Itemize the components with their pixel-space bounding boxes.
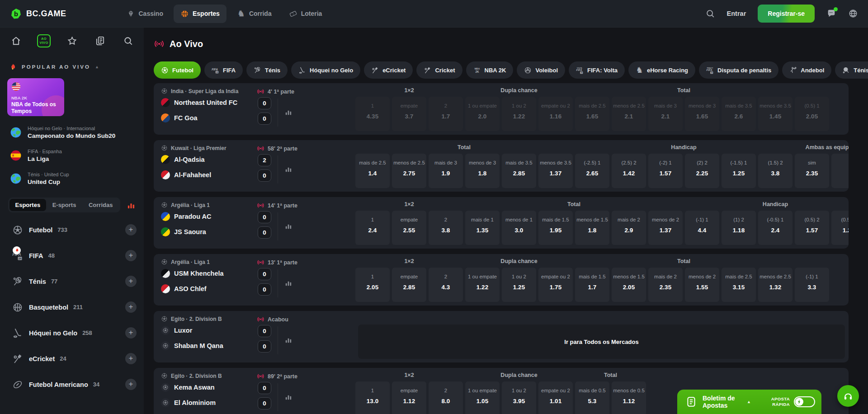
match-card[interactable]: Argélia · Liga 113' 1ª parteUSM Khenchel… (154, 254, 849, 306)
odds-cell[interactable]: mais de 1.51.95 (538, 211, 573, 245)
filter-chip-fifa[interactable]: FIFA24FIFA (204, 61, 243, 79)
odds-cell[interactable]: menos de 1.52.05 (612, 268, 646, 302)
match-card[interactable]: Kuwait · Liga Premier58' 2ª parteAl-Qads… (154, 140, 849, 192)
odds-cell[interactable]: empate ou 21.01 (538, 381, 573, 414)
odds-cell[interactable]: 1 ou 23.95 (502, 381, 536, 414)
filter-chip-t-nis-de-mesa[interactable]: Ténis de Mesa (835, 61, 868, 79)
odds-cell[interactable]: empate ou 21.75 (538, 268, 573, 302)
filter-chip-voleibol[interactable]: Voleibol (517, 61, 565, 79)
nav-item-cassino[interactable]: Cassino (120, 5, 170, 23)
odds-cell[interactable]: menos de 2.52.75 (392, 154, 426, 188)
odds-cell[interactable]: menos de 21.55 (685, 268, 719, 302)
odds-cell[interactable]: menos de 31.8 (465, 154, 500, 188)
expand-sport-button[interactable]: + (125, 301, 137, 313)
odds-cell[interactable]: empate2.85 (392, 268, 426, 302)
search-icon[interactable] (705, 9, 715, 19)
match-stats-icon[interactable] (284, 393, 292, 401)
odds-cell[interactable]: (1.5) 23.8 (758, 154, 793, 188)
stats-red-icon[interactable] (127, 201, 136, 210)
filter-chip-cricket[interactable]: Cricket (416, 61, 462, 79)
odds-cell[interactable]: (1) 21.18 (722, 211, 756, 245)
odds-cell[interactable]: (-2.5) 12.65 (575, 154, 609, 188)
popular-live-item[interactable]: Ténis · United CupUnited Cup (0, 172, 144, 185)
sidebar-sport-ecricket[interactable]: eCricket24+ (0, 346, 144, 372)
all-markets-button[interactable]: Ir para Todos os Mercados (358, 325, 845, 359)
filter-chip-futebol[interactable]: Futebol (154, 61, 201, 79)
odds-cell[interactable]: 1 ou 21.25 (502, 268, 536, 302)
odds-cell[interactable]: mais de 0.55.3 (575, 381, 609, 414)
odds-cell[interactable]: mais de 1.51.7 (575, 268, 609, 302)
filter-chip-ecricket[interactable]: eCricket (364, 61, 413, 79)
sidebar-sport-futebol[interactable]: Futebol733+ (0, 217, 144, 243)
match-stats-icon[interactable] (284, 165, 292, 173)
filter-chip-fifa-volta[interactable]: VOLTAFIFA24FIFA: Volta (569, 61, 625, 79)
odds-cell[interactable]: (-0.5) 12.4 (758, 211, 793, 245)
odds-cell[interactable]: mais de 22.35 (648, 268, 683, 302)
odds-cell[interactable]: 12.05 (355, 268, 390, 302)
odds-cell[interactable]: (0.5) 11.25 (831, 211, 849, 245)
filter-chip-disputa-de-penaltis[interactable]: PENALTYFIFA24Disputa de penaltis (699, 61, 778, 79)
odds-cell[interactable]: 23.8 (429, 211, 463, 245)
odds-cell[interactable]: menos de 0.51.12 (612, 381, 646, 414)
odds-cell[interactable]: 1 ou empate1.05 (465, 381, 500, 414)
filter-chip-t-nis[interactable]: Ténis (246, 61, 288, 79)
match-stats-icon[interactable] (284, 108, 292, 116)
register-button[interactable]: Registrar-se (758, 5, 815, 23)
odds-cell[interactable]: (-1) 13.3 (795, 268, 829, 302)
odds-cell[interactable]: menos de 2.51.32 (758, 268, 793, 302)
rail-item-favorites[interactable] (65, 34, 79, 47)
odds-cell[interactable]: menos de 13.0 (502, 211, 536, 245)
sidebar-sport-hóquei-no-gelo[interactable]: Hóquei no Gelo258+ (0, 320, 144, 346)
sidebar-tab-e-sports[interactable]: E-sports (46, 199, 83, 211)
nav-item-esportes[interactable]: Esportes (174, 5, 226, 23)
match-card[interactable]: Argélia · Liga 114' 1ª parteParadou AC0J… (154, 197, 849, 249)
odds-cell[interactable]: mais de 2.53.15 (722, 268, 756, 302)
odds-cell[interactable]: 113.0 (355, 381, 390, 414)
quick-bet-toggle[interactable] (794, 396, 815, 407)
odds-cell[interactable] (831, 154, 849, 188)
sidebar-sport-fifa[interactable]: FIFA24FIFA48+ (0, 243, 144, 268)
expand-sport-button[interactable]: + (125, 353, 137, 364)
rail-item-search[interactable] (121, 34, 135, 47)
nav-item-loteria[interactable]: Loteria (282, 5, 329, 23)
odds-cell[interactable]: sim2.35 (795, 154, 829, 188)
expand-sport-button[interactable]: + (125, 379, 137, 390)
popular-live-item[interactable]: Hóquei no Gelo · InternacionalCampeonato… (0, 126, 144, 139)
match-stats-icon[interactable] (284, 222, 292, 230)
odds-cell[interactable]: 1 ou empate1.22 (465, 268, 500, 302)
login-link[interactable]: Entrar (727, 10, 746, 17)
sidebar-sport-ténis[interactable]: Ténis77+ (0, 268, 144, 294)
filter-chip-h-quei-no-gelo[interactable]: Hóquei no Gelo (291, 61, 360, 79)
match-card[interactable]: India · Super Liga da India4' 1ª parteNo… (154, 83, 849, 135)
odds-cell[interactable]: 24.3 (429, 268, 463, 302)
nav-item-corrida[interactable]: ♞Corrida (230, 5, 278, 23)
sidebar-tab-corridas[interactable]: Corridas (82, 199, 119, 211)
sidebar-tab-esportes[interactable]: Esportes (9, 199, 46, 211)
match-stats-icon[interactable] (284, 279, 292, 287)
support-button[interactable] (837, 385, 859, 407)
chat-icon[interactable] (826, 9, 836, 19)
odds-cell[interactable]: (-1) 14.4 (685, 211, 719, 245)
filter-chip-andebol[interactable]: Andebol (782, 61, 831, 79)
sidebar-sport-futebol-americano[interactable]: Futebol Americano34+ (0, 372, 144, 397)
sidebar-sport-basquetebol[interactable]: Basquetebol211+ (0, 294, 144, 320)
language-globe-icon[interactable] (848, 9, 858, 19)
odds-cell[interactable]: menos de 21.37 (648, 211, 683, 245)
odds-cell[interactable]: mais de 31.9 (429, 154, 463, 188)
expand-sport-button[interactable]: + (125, 276, 137, 287)
odds-cell[interactable]: menos de 3.51.37 (538, 154, 573, 188)
match-stats-icon[interactable] (284, 336, 292, 344)
expand-sport-button[interactable]: + (125, 327, 137, 339)
brand-logo[interactable]: b BC.GAME (10, 8, 66, 20)
odds-cell[interactable]: (0.5) 21.57 (795, 211, 829, 245)
odds-cell[interactable]: 28.0 (429, 381, 463, 414)
betslip-bar[interactable]: Boletim de Apostas ▲ APOSTA RÁPIDA (677, 390, 821, 414)
odds-cell[interactable]: 12.4 (355, 211, 390, 245)
popular-live-header[interactable]: POPULAR AO VIVO ▲ (9, 63, 135, 71)
promo-card-nba2k[interactable]: NBA 2K NBA de Todos os Tempos (7, 78, 64, 116)
odds-cell[interactable]: (2.5) 21.42 (612, 154, 646, 188)
filter-chip-ehorse-racing[interactable]: ♞eHorse Racing (628, 61, 695, 79)
filter-chip-nba-2k[interactable]: NBA2KNBA 2K (466, 61, 514, 79)
odds-cell[interactable]: mais de 11.35 (465, 211, 500, 245)
odds-cell[interactable]: mais de 22.9 (612, 211, 646, 245)
